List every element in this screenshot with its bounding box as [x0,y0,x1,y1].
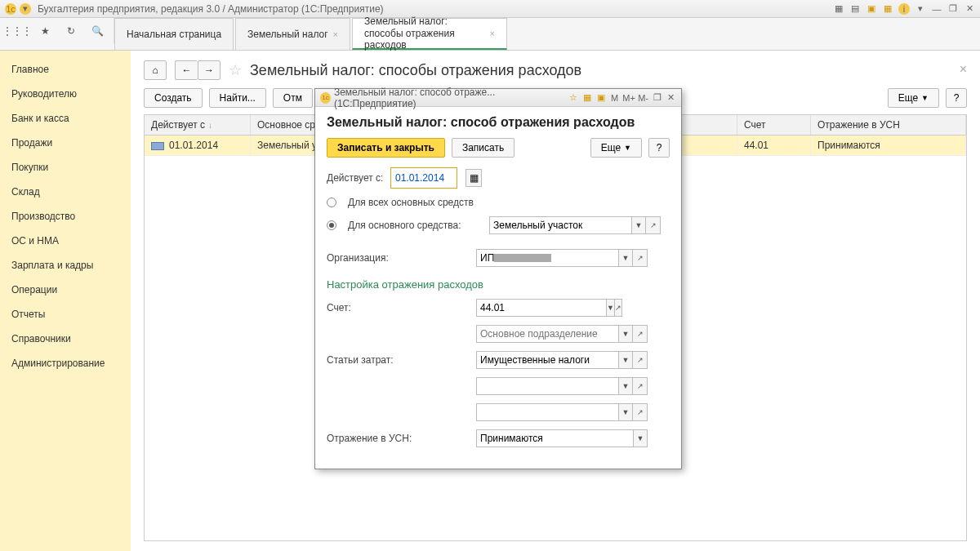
sidebar-item-assets[interactable]: ОС и НМА [0,229,131,253]
redacted-text [494,254,551,262]
star-icon[interactable]: ★ [39,24,51,38]
dropdown-icon[interactable]: ▼ [618,351,633,369]
fav-icon[interactable]: ☆ [568,92,578,104]
tab-land-tax-label: Земельный налог [247,29,327,40]
sidebar-item-production[interactable]: Производство [0,204,131,229]
calc-icon[interactable]: ▣ [866,3,877,15]
cancel-find-button[interactable]: Отм [273,88,313,108]
dropdown-icon[interactable]: ▼ [631,216,646,234]
m-icon[interactable]: M [609,92,620,104]
tab-close-icon[interactable]: × [333,29,338,39]
col-effective-from[interactable]: Действует с↓ [145,115,251,135]
open-icon[interactable]: ↗ [633,377,648,395]
open-icon[interactable]: ↗ [633,325,648,343]
save-button[interactable]: Записать [452,138,514,158]
col-usn[interactable]: Отражение в УСН [811,115,966,135]
search-icon[interactable]: 🔍 [91,24,104,38]
dlg-more-label: Еще [601,142,621,153]
dropdown-icon[interactable]: ▼ [618,377,633,395]
sidebar-item-sales[interactable]: Продажи [0,131,131,155]
dropdown-icon[interactable]: ▾ [20,3,31,15]
effective-from-label: Действует с: [327,172,384,184]
col-account[interactable]: Счет [737,115,811,135]
page-close-icon[interactable]: × [960,62,967,77]
sidebar-item-main[interactable]: Главное [0,57,131,82]
dialog-title: Земельный налог: способ отражения расход… [327,115,670,130]
dropdown-icon[interactable]: ▼ [606,299,615,317]
create-button[interactable]: Создать [144,88,203,108]
find-button[interactable]: Найти... [209,88,266,108]
open-icon[interactable]: ↗ [633,249,648,267]
calendar-picker-icon[interactable]: ▦ [466,169,482,187]
dropdown-icon[interactable]: ▼ [633,429,648,447]
close-icon[interactable]: ✕ [964,3,975,15]
open-icon[interactable]: ↗ [615,299,622,317]
effective-from-input[interactable] [392,169,456,187]
cost-items-input-2[interactable] [476,377,618,395]
panel-icon[interactable]: ▦ [833,3,844,15]
dropdown-icon[interactable]: ▼ [618,249,633,267]
open-icon[interactable]: ↗ [646,216,661,234]
os-titlebar: 1c ▾ Бухгалтерия предприятия, редакция 3… [0,0,980,18]
open-icon[interactable]: ↗ [633,351,648,369]
grid-icon[interactable]: ▤ [849,3,861,15]
sidebar-item-bank[interactable]: Банк и касса [0,106,131,131]
m-plus-icon[interactable]: M+ [623,92,635,104]
save-close-button[interactable]: Записать и закрыть [327,138,445,158]
tab-bar: ⋮⋮⋮ ★ ↻ 🔍 Начальная страница Земельный н… [0,18,980,51]
tab-home[interactable]: Начальная страница [114,18,234,50]
tab-close-icon[interactable]: × [490,29,495,38]
sidebar-item-catalogs[interactable]: Справочники [0,327,131,351]
usn-input[interactable] [476,429,633,447]
dialog-close-icon[interactable]: ✕ [666,92,676,104]
apps-icon[interactable]: ⋮⋮⋮ [10,24,24,38]
calendar-icon[interactable]: ▦ [882,3,893,15]
sidebar-item-reports[interactable]: Отчеты [0,302,131,327]
radio-one-asset[interactable] [327,220,336,230]
page-title: Земельный налог: способы отражения расхо… [250,62,581,79]
calendar-icon[interactable]: ▣ [595,92,606,104]
favorite-icon[interactable]: ☆ [229,61,242,79]
sidebar-item-admin[interactable]: Администрирование [0,351,131,375]
sidebar-item-warehouse[interactable]: Склад [0,180,131,204]
tab-land-tax[interactable]: Земельный налог × [235,18,350,50]
cost-items-input-3[interactable] [476,403,618,421]
cost-items-input[interactable] [476,351,618,369]
account-input[interactable] [476,299,606,317]
back-button[interactable]: ← [175,60,198,80]
dropdown-icon[interactable]: ▼ [618,325,633,343]
forward-button[interactable]: → [198,60,220,80]
cell-account: 44.01 [737,136,811,155]
grid-icon[interactable]: ▦ [581,92,592,104]
maximize-icon[interactable]: ❐ [947,3,959,15]
asset-input[interactable] [489,216,631,234]
sidebar-item-payroll[interactable]: Зарплата и кадры [0,253,131,278]
dropdown-icon[interactable]: ▼ [618,403,633,421]
more-label: Еще [898,92,918,104]
history-icon[interactable]: ↻ [65,24,77,38]
cell-date: 01.01.2014 [169,140,218,151]
open-icon[interactable]: ↗ [633,403,648,421]
app-icon: 1c [320,92,331,104]
restore-icon[interactable]: ❐ [652,92,662,104]
help-button[interactable]: ? [946,88,967,108]
dlg-help-button[interactable]: ? [648,138,670,158]
radio-all-assets[interactable] [327,198,336,207]
titlebar-text: Бухгалтерия предприятия, редакция 3.0 / … [38,3,384,15]
organization-input[interactable]: ИП [476,249,618,267]
home-button[interactable]: ⌂ [144,60,167,80]
m-minus-icon[interactable]: M- [638,92,648,104]
info-icon[interactable]: i [898,3,910,15]
subdivision-input[interactable] [476,325,618,343]
dlg-more-button[interactable]: Еще ▼ [590,138,642,158]
sidebar: Главное Руководителю Банк и касса Продаж… [0,51,131,551]
sidebar-item-operations[interactable]: Операции [0,278,131,302]
more-icon[interactable]: ▾ [915,3,926,15]
more-button[interactable]: Еще▼ [888,88,939,108]
tab-land-tax-expenses[interactable]: Земельный налог: способы отражения расхо… [352,18,507,50]
minimize-icon[interactable]: — [931,3,942,15]
tab-home-label: Начальная страница [127,29,221,40]
record-icon [151,142,164,150]
sidebar-item-manager[interactable]: Руководителю [0,82,131,106]
sidebar-item-purchases[interactable]: Покупки [0,155,131,180]
